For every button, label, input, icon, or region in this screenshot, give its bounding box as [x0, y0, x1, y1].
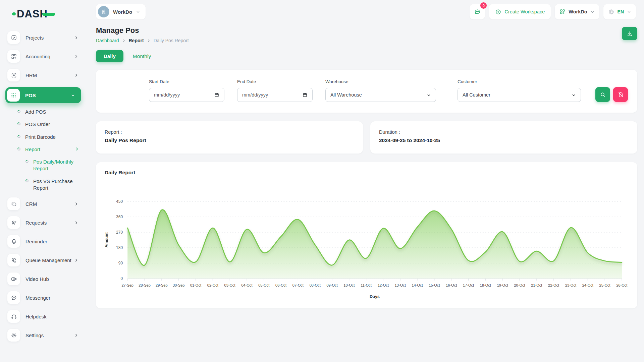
sidebar-item-messenger[interactable]: Messenger	[7, 291, 86, 304]
chevron-right-icon	[74, 73, 78, 77]
breadcrumb-dashboard[interactable]: Dashboard	[96, 38, 119, 43]
daily-report-chart-card: Daily Report 09018027036045027-Sep28-Sep…	[96, 162, 637, 308]
bullet-ring-icon	[17, 147, 21, 151]
sidebar-item-hrm[interactable]: HRM	[7, 68, 86, 82]
app-root: DASH ProjectsAccountingHRMPOSAdd POSPOS …	[0, 0, 644, 362]
start-date-input[interactable]	[154, 92, 214, 98]
chevron-right-icon	[74, 221, 78, 225]
y-axis-tick-label: 450	[116, 199, 123, 204]
sidebar-item-label: Video Hub	[25, 276, 78, 282]
y-axis-tick-label: 270	[116, 230, 123, 235]
tab-daily[interactable]: Daily	[96, 50, 123, 62]
x-axis-tick-label: 25-Oct	[599, 283, 610, 287]
main-area: WorkDo 0 Create Workspace WorkDo EN	[86, 0, 644, 362]
page-header: Manage Pos Dashboard Report Daily Pos Re…	[96, 26, 637, 43]
report-tabs: Daily Monthly	[96, 50, 637, 62]
sidebar-item-label: HRM	[25, 72, 74, 78]
x-axis-tick-label: 01-Oct	[190, 283, 201, 287]
sidebar-subitem-pos-order[interactable]: POS Order	[17, 121, 86, 128]
start-date-label: Start Date	[149, 79, 224, 84]
chevron-right-icon	[74, 54, 78, 59]
warehouse-value: All Warehouse	[330, 92, 362, 98]
chevron-right-icon	[75, 147, 79, 151]
sidebar-item-requests[interactable]: Requests	[7, 216, 86, 229]
sidebar-subitem-label: Print Barcode	[25, 134, 79, 140]
sidebar-subitem-pos-daily-monthly-report[interactable]: Pos Daily/Monthly Report	[25, 159, 86, 172]
sidebar-item-label: Settings	[25, 333, 74, 338]
sidebar-subitem-label: POS Order	[25, 121, 79, 128]
sidebar-item-video-hub[interactable]: Video Hub	[7, 272, 86, 286]
accounting-grid-icon	[7, 50, 20, 63]
chevron-down-icon	[590, 10, 595, 14]
chevron-right-icon	[74, 258, 78, 262]
sidebar-subitem-pos-vs-purchase-report[interactable]: Pos VS Purchase Report	[25, 178, 86, 192]
warehouse-label: Warehouse	[325, 79, 436, 84]
end-date-field: End Date	[237, 79, 313, 102]
breadcrumb-current: Daily Pos Report	[154, 38, 189, 43]
sidebar-item-label: Reminder	[25, 239, 78, 244]
workspace-avatar	[98, 6, 109, 17]
download-report-button[interactable]	[622, 27, 637, 40]
chevron-right-icon	[74, 202, 78, 206]
chart-container: 09018027036045027-Sep28-Sep29-Sep30-Sep0…	[96, 182, 637, 308]
bullet-ring-icon	[17, 109, 21, 114]
bullet-ring-icon	[25, 159, 29, 164]
headset-icon	[7, 310, 20, 323]
tab-monthly[interactable]: Monthly	[133, 53, 151, 59]
duration-summary-card: Duration : 2024-09-25 to 2024-10-25	[370, 121, 637, 154]
file-slash-icon	[618, 92, 624, 98]
create-workspace-label: Create Workspace	[504, 9, 545, 14]
sidebar-item-label: CRM	[25, 201, 74, 207]
start-date-field: Start Date	[149, 79, 224, 102]
calendar-icon[interactable]	[214, 92, 219, 98]
sidebar-item-projects[interactable]: Projects	[7, 31, 86, 44]
sidebar-item-label: Projects	[25, 35, 74, 41]
warehouse-select[interactable]: All Warehouse	[325, 88, 436, 102]
sidebar-item-crm[interactable]: CRM	[7, 197, 86, 210]
sidebar-item-label: Helpdesk	[25, 314, 78, 319]
duration-summary-value: 2024-09-25 to 2024-10-25	[379, 137, 629, 143]
x-axis-tick-label: 23-Oct	[565, 283, 576, 287]
workspace-switcher-label: WorkDo	[569, 9, 587, 14]
y-axis-tick-label: 360	[116, 215, 123, 219]
messages-button[interactable]: 0	[470, 4, 485, 19]
end-date-input[interactable]	[242, 92, 302, 98]
daily-report-area-chart[interactable]: 09018027036045027-Sep28-Sep29-Sep30-Sep0…	[101, 187, 633, 304]
chevron-right-icon	[147, 39, 151, 43]
download-icon	[627, 31, 633, 37]
y-axis-tick-label: 180	[116, 245, 123, 250]
end-date-label: End Date	[237, 79, 313, 84]
sidebar-item-helpdesk[interactable]: Helpdesk	[7, 310, 86, 323]
sidebar-item-pos[interactable]: POS	[5, 87, 81, 103]
circle-plus-icon	[495, 9, 501, 15]
reset-filters-button[interactable]	[613, 87, 628, 102]
report-summary-value: Daily Pos Report	[105, 137, 354, 143]
sidebar-subitem-add-pos[interactable]: Add POS	[17, 109, 86, 115]
message-icon	[7, 291, 20, 304]
x-axis-tick-label: 02-Oct	[207, 283, 218, 287]
sidebar-subitem-print-barcode[interactable]: Print Barcode	[17, 134, 86, 140]
sidebar-item-reminder[interactable]: Reminder	[7, 235, 86, 248]
sidebar-subitem-report[interactable]: Report	[17, 146, 86, 153]
chat-icon	[474, 8, 481, 15]
x-axis-tick-label: 16-Oct	[446, 283, 457, 287]
sidebar-sublist-pos: Add POSPOS OrderPrint BarcodeReportPos D…	[17, 109, 86, 191]
brand-logo[interactable]: DASH	[12, 7, 86, 21]
workspace-selector[interactable]: WorkDo	[96, 4, 146, 19]
page-content: Manage Pos Dashboard Report Daily Pos Re…	[86, 19, 644, 362]
bell-icon	[7, 235, 20, 248]
calendar-icon[interactable]	[302, 92, 308, 98]
sidebar-item-settings[interactable]: Settings	[7, 328, 86, 342]
customer-select[interactable]: All Customer	[458, 88, 581, 102]
language-selector[interactable]: EN	[603, 4, 636, 19]
create-workspace-button[interactable]: Create Workspace	[489, 4, 551, 19]
task-check-icon	[7, 31, 20, 44]
sidebar-item-queue-management[interactable]: Queue Management	[7, 253, 86, 267]
chevron-down-icon	[627, 10, 631, 14]
sidebar-item-accounting[interactable]: Accounting	[7, 50, 86, 63]
search-button[interactable]	[595, 87, 610, 102]
x-axis-tick-label: 11-Oct	[361, 283, 372, 287]
x-axis-tick-label: 21-Oct	[531, 283, 542, 287]
breadcrumb-report[interactable]: Report	[129, 38, 144, 43]
workspace-switcher[interactable]: WorkDo	[555, 4, 599, 19]
